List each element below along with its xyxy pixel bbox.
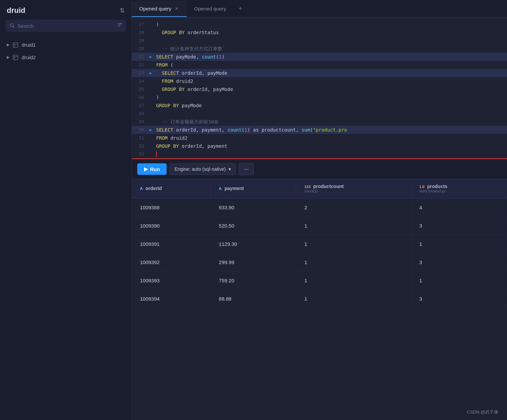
table-row: 100939488.8813 bbox=[132, 290, 507, 308]
more-label: ··· bbox=[244, 166, 249, 172]
run-button[interactable]: ▶ Run bbox=[137, 163, 167, 175]
table-cell-productcount: 1 bbox=[296, 290, 411, 308]
table-cell-products: 3 bbox=[411, 253, 507, 272]
tab-close-icon[interactable]: ✕ bbox=[174, 6, 179, 11]
code-line: 22 FROM ( bbox=[132, 61, 507, 69]
sidebar-header: druid ⇅ bbox=[0, 0, 131, 20]
code-line: 19 bbox=[132, 37, 507, 45]
filter-icon[interactable] bbox=[117, 22, 122, 29]
code-line: 23 ▶ SELECT orderId, payMode bbox=[132, 69, 507, 77]
tabs-bar: Opened query ✕ Opened query + bbox=[132, 0, 507, 18]
code-line: 27 GROUP BY payMode bbox=[132, 101, 507, 110]
tab-label: Opened query bbox=[194, 6, 226, 11]
table-row: 1009390520.5013 bbox=[132, 217, 507, 235]
more-button[interactable]: ··· bbox=[239, 163, 254, 175]
table-cell-payment: 759.20 bbox=[211, 272, 296, 290]
run-toolbar: ▶ Run Engine: auto (sql-native) ▾ ··· bbox=[132, 160, 507, 179]
code-line: 21 ▶ SELECT payMode, count(1) bbox=[132, 53, 507, 61]
table-cell-productcount: 1 bbox=[296, 272, 411, 290]
svg-line-1 bbox=[13, 26, 14, 28]
chevron-right-icon: ▶ bbox=[7, 55, 9, 60]
code-line: 17 ) bbox=[132, 20, 507, 28]
sidebar-items: ▶ druid1 ▶ druid2 bbox=[0, 37, 131, 65]
col-header-products: 1.0 products sum("product.pr… bbox=[411, 179, 507, 198]
table-row: 1009392299.9913 bbox=[132, 253, 507, 272]
results-body: 1009388933.90241009390520.50131009391112… bbox=[132, 198, 507, 308]
sidebar-item-label: druid1 bbox=[22, 42, 36, 48]
main-content: Opened query ✕ Opened query + 17 ) 18 GR… bbox=[132, 0, 507, 420]
table-cell-productcount: 2 bbox=[296, 198, 411, 217]
table-header-row: A orderId A payment 123 productcount cou… bbox=[132, 179, 507, 198]
engine-button[interactable]: Engine: auto (sql-native) ▾ bbox=[169, 163, 236, 175]
table-cell-productcount: 1 bbox=[296, 235, 411, 253]
table-cell-orderId: 1009388 bbox=[132, 198, 211, 217]
code-line: 25 GROUP BY orderId, payMode bbox=[132, 85, 507, 93]
code-line: 33 bbox=[132, 150, 507, 159]
code-line: 20 -- 统计各种支付方式订单数 bbox=[132, 45, 507, 53]
code-editor[interactable]: 17 ) 18 GROUP BY orderStatus 19 20 -- 统计… bbox=[132, 18, 507, 160]
tab-2[interactable]: Opened query bbox=[187, 1, 234, 17]
chevron-down-icon: ▾ bbox=[228, 166, 231, 172]
table-cell-products: 3 bbox=[411, 217, 507, 235]
table-row: 10093911129.3011 bbox=[132, 235, 507, 253]
tab-1[interactable]: Opened query ✕ bbox=[132, 1, 187, 17]
table-cell-orderId: 1009394 bbox=[132, 290, 211, 308]
sidebar: druid ⇅ ▶ druid1 ▶ bbox=[0, 0, 132, 420]
col-header-orderid: A orderId bbox=[132, 179, 211, 198]
table-cell-payment: 520.50 bbox=[211, 217, 296, 235]
svg-rect-9 bbox=[13, 55, 18, 60]
table-cell-products: 1 bbox=[411, 235, 507, 253]
svg-rect-6 bbox=[13, 43, 18, 47]
code-line: 24 FROM druid2 bbox=[132, 77, 507, 85]
col-header-payment: A payment bbox=[211, 179, 296, 198]
sidebar-item-druid2[interactable]: ▶ druid2 bbox=[0, 51, 131, 64]
code-line: 26 ) bbox=[132, 93, 507, 101]
table-cell-payment: 1129.30 bbox=[211, 235, 296, 253]
table-cell-orderId: 1009392 bbox=[132, 253, 211, 272]
table-cell-products: 3 bbox=[411, 290, 507, 308]
engine-label: Engine: auto (sql-native) bbox=[174, 166, 226, 172]
table-icon bbox=[13, 55, 18, 60]
code-line: 32 GROUP BY orderId, payment bbox=[132, 142, 507, 150]
code-line: 29 -- 订单金额最大的前10名 bbox=[132, 118, 507, 126]
search-icon bbox=[9, 23, 15, 28]
table-cell-products: 1 bbox=[411, 272, 507, 290]
col-header-productcount: 123 productcount count(1) bbox=[296, 179, 411, 198]
code-line: 18 GROUP BY orderStatus bbox=[132, 28, 507, 37]
table-cell-productcount: 1 bbox=[296, 253, 411, 272]
table-cell-productcount: 1 bbox=[296, 217, 411, 235]
code-line: 30 ▶ SELECT orderId, payment, count(1) a… bbox=[132, 126, 507, 134]
table-cell-payment: 299.99 bbox=[211, 253, 296, 272]
tab-add-button[interactable]: + bbox=[234, 5, 247, 13]
search-input[interactable] bbox=[18, 23, 114, 29]
table-icon bbox=[13, 42, 18, 48]
table-cell-products: 4 bbox=[411, 198, 507, 217]
sort-icon[interactable]: ⇅ bbox=[120, 7, 125, 14]
sidebar-item-label: druid2 bbox=[22, 54, 36, 60]
run-icon: ▶ bbox=[144, 166, 148, 172]
code-line: 31 FROM druid2 bbox=[132, 134, 507, 142]
table-cell-orderId: 1009393 bbox=[132, 272, 211, 290]
table-cell-payment: 933.90 bbox=[211, 198, 296, 217]
table-cell-payment: 88.88 bbox=[211, 290, 296, 308]
sidebar-title: druid bbox=[7, 6, 25, 15]
data-table: A orderId A payment 123 productcount cou… bbox=[132, 179, 507, 308]
search-bar bbox=[5, 20, 126, 32]
csdn-badge: CSDN @武子康 bbox=[464, 409, 501, 416]
svg-point-5 bbox=[121, 23, 122, 24]
table-row: 1009388933.9024 bbox=[132, 198, 507, 217]
table-cell-orderId: 1009391 bbox=[132, 235, 211, 253]
tab-label: Opened query bbox=[139, 6, 171, 11]
sidebar-item-druid1[interactable]: ▶ druid1 bbox=[0, 39, 131, 51]
run-label: Run bbox=[150, 166, 160, 172]
chevron-right-icon: ▶ bbox=[7, 43, 9, 47]
code-line: 28 bbox=[132, 110, 507, 118]
table-row: 1009393759.2011 bbox=[132, 272, 507, 290]
table-cell-orderId: 1009390 bbox=[132, 217, 211, 235]
results-table: A orderId A payment 123 productcount cou… bbox=[132, 179, 507, 420]
